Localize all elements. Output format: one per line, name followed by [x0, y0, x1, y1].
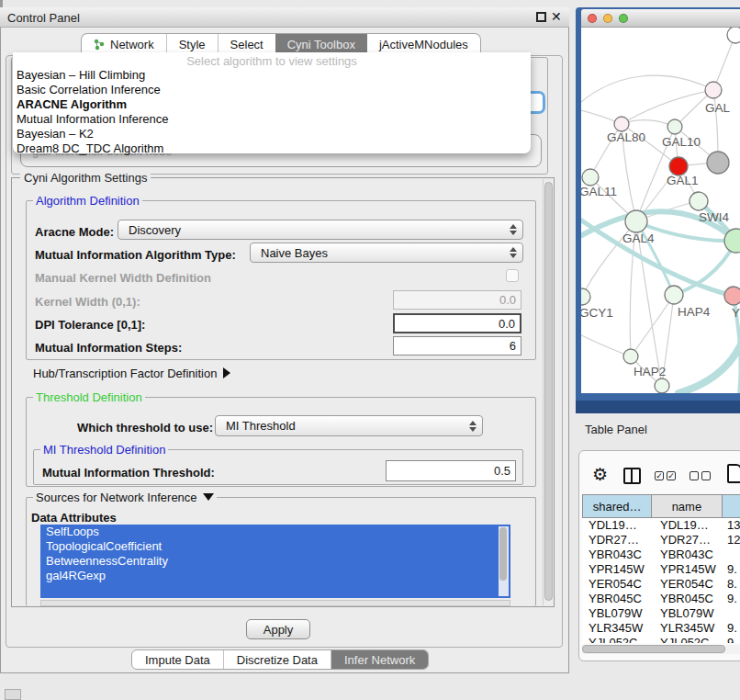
table-hscrollbar[interactable]: [582, 645, 740, 654]
tab-discretize-data[interactable]: Discretize Data: [223, 650, 331, 669]
close-icon[interactable]: ✕: [551, 9, 562, 24]
network-node-gal4[interactable]: [625, 210, 647, 232]
table-row[interactable]: YPR145WYPR145W9.: [582, 562, 740, 577]
table-cell: 9.: [725, 621, 740, 636]
tab-infer-network[interactable]: Infer Network: [331, 650, 428, 669]
network-node-y[interactable]: [724, 287, 740, 305]
mi-steps-field[interactable]: 6: [393, 336, 521, 356]
tab-jactivemnodules[interactable]: jActiveMNodules: [367, 34, 480, 54]
table-row[interactable]: YDR27…YDR27…12: [582, 533, 740, 548]
mi-threshold-field[interactable]: 0.5: [386, 460, 516, 481]
network-window-titlebar[interactable]: [581, 9, 740, 28]
which-threshold-combobox[interactable]: MI Threshold: [215, 415, 483, 436]
stepper-arrows-icon: [468, 421, 477, 432]
algorithm-option[interactable]: ARACNE Algorithm: [13, 97, 531, 112]
tab-impute-data[interactable]: Impute Data: [132, 650, 223, 669]
deselect-all-icon[interactable]: [690, 471, 711, 480]
network-graph: GALGAL80GAL10GAL1GAL11SWI4GAL4GCY1HAP4YH…: [581, 28, 740, 393]
network-node-hap4[interactable]: [665, 286, 683, 304]
network-node[interactable]: [727, 28, 740, 43]
which-threshold-label: Which threshold to use:: [77, 421, 213, 435]
table-row[interactable]: YLR345WYLR345W9.: [582, 621, 740, 636]
tab-select[interactable]: Select: [218, 34, 275, 54]
algorithm-option[interactable]: Dream8 DC_TDC Algorithm: [13, 141, 531, 156]
column-header-name[interactable]: name: [652, 494, 722, 518]
node-label: GAL80: [607, 130, 645, 144]
tab-cyni-toolbox[interactable]: Cyni Toolbox: [275, 34, 367, 54]
network-node-gal80[interactable]: [614, 117, 629, 131]
network-edge-thick[interactable]: [678, 331, 740, 393]
tab-style[interactable]: Style: [166, 34, 218, 54]
table-cell: YBL079W: [654, 606, 725, 621]
table-row[interactable]: YBR045CYBR045C9.: [582, 592, 740, 606]
network-edge[interactable]: [581, 75, 713, 110]
float-window-icon[interactable]: [536, 12, 546, 22]
corner-grip[interactable]: [5, 689, 21, 700]
dpi-tolerance-field[interactable]: 0.0: [393, 313, 521, 333]
table-cell: YDR27…: [582, 533, 654, 548]
table-row[interactable]: YJL052CYJL052C9: [582, 636, 740, 643]
table-row[interactable]: YER054CYER054C8.: [582, 577, 740, 592]
column-header-partial[interactable]: [723, 494, 740, 518]
network-node-gcy1[interactable]: [581, 288, 590, 305]
column-header-shared[interactable]: shared…: [582, 494, 652, 518]
apply-button[interactable]: Apply: [246, 619, 310, 639]
attributes-hscrollbar[interactable]: [40, 600, 510, 606]
network-node[interactable]: [655, 378, 669, 393]
attribute-item[interactable]: SelfLoops: [40, 525, 510, 539]
columns-icon[interactable]: [623, 468, 641, 484]
algorithm-definition-title: Algorithm Definition: [33, 194, 142, 208]
attributes-scrollbar[interactable]: [499, 526, 509, 596]
table-cell: YER054C: [582, 577, 654, 592]
network-edge[interactable]: [713, 35, 735, 90]
algorithm-option[interactable]: Basic Correlation Inference: [13, 83, 531, 97]
collapsed-arrow-icon[interactable]: [223, 367, 230, 378]
network-edge[interactable]: [622, 90, 713, 124]
control-panel-titlebar[interactable]: [0, 7, 569, 28]
minimize-traffic-light[interactable]: [603, 14, 612, 23]
expanded-arrow-icon[interactable]: [203, 493, 214, 501]
tab-network[interactable]: Network: [82, 34, 166, 54]
network-node-gal1[interactable]: [669, 157, 688, 175]
hub-factor-section[interactable]: Hub/Transcription Factor Definition: [33, 367, 230, 380]
table-cell: 12: [725, 533, 740, 548]
new-table-icon[interactable]: [727, 464, 740, 483]
network-node-gal10[interactable]: [667, 119, 682, 134]
attribute-item[interactable]: BetweennessCentrality: [40, 554, 510, 569]
network-node[interactable]: [707, 152, 729, 174]
table-cell: YBL079W: [582, 606, 654, 621]
algorithm-option[interactable]: Bayesian – K2: [13, 127, 531, 141]
desktop: { "window": { "title": "Control Panel" }…: [0, 0, 740, 700]
table-row[interactable]: YBL079WYBL079W: [582, 606, 740, 621]
network-node-swi4[interactable]: [690, 192, 708, 210]
hub-factor-label: Hub/Transcription Factor Definition: [33, 367, 217, 380]
select-all-icon[interactable]: ✓✓: [655, 471, 676, 480]
table-row[interactable]: YBR043CYBR043C: [582, 548, 740, 562]
sources-title[interactable]: Sources for Network Inference: [33, 491, 217, 504]
network-edge[interactable]: [622, 120, 675, 127]
settings-scrollbar[interactable]: [543, 179, 554, 605]
algorithm-option[interactable]: Mutual Information Inference: [13, 112, 531, 127]
node-label: HAP2: [633, 365, 666, 378]
gear-icon[interactable]: ⚙: [592, 464, 608, 485]
maximize-traffic-light[interactable]: [619, 14, 628, 23]
manual-kernel-checkbox[interactable]: [506, 269, 519, 282]
network-edge[interactable]: [581, 331, 631, 356]
table-hscrollbar-thumb[interactable]: [582, 645, 725, 653]
network-canvas[interactable]: GALGAL80GAL10GAL1GAL11SWI4GAL4GCY1HAP4YH…: [581, 28, 740, 393]
mi-type-combobox[interactable]: Naive Bayes: [250, 243, 523, 263]
network-node-hap2[interactable]: [623, 349, 638, 364]
aracne-mode-combobox[interactable]: Discovery: [118, 220, 523, 240]
table-row[interactable]: YDL19…YDL19…13: [582, 518, 740, 533]
attribute-item[interactable]: gal4RGexp: [40, 569, 510, 583]
kernel-width-field[interactable]: 0.0: [393, 290, 521, 310]
data-attributes-list[interactable]: SelfLoopsTopologicalCoefficientBetweenne…: [40, 525, 510, 598]
attribute-item[interactable]: TopologicalCoefficient: [40, 539, 510, 554]
settings-scrollbar-thumb[interactable]: [544, 182, 553, 601]
network-node-gal11[interactable]: [582, 169, 599, 186]
table-cell: YBR043C: [582, 548, 654, 562]
network-node-gal[interactable]: [705, 82, 722, 98]
attributes-scrollbar-thumb[interactable]: [499, 527, 507, 581]
close-traffic-light[interactable]: [588, 14, 597, 23]
algorithm-option[interactable]: Bayesian – Hill Climbing: [13, 68, 531, 83]
